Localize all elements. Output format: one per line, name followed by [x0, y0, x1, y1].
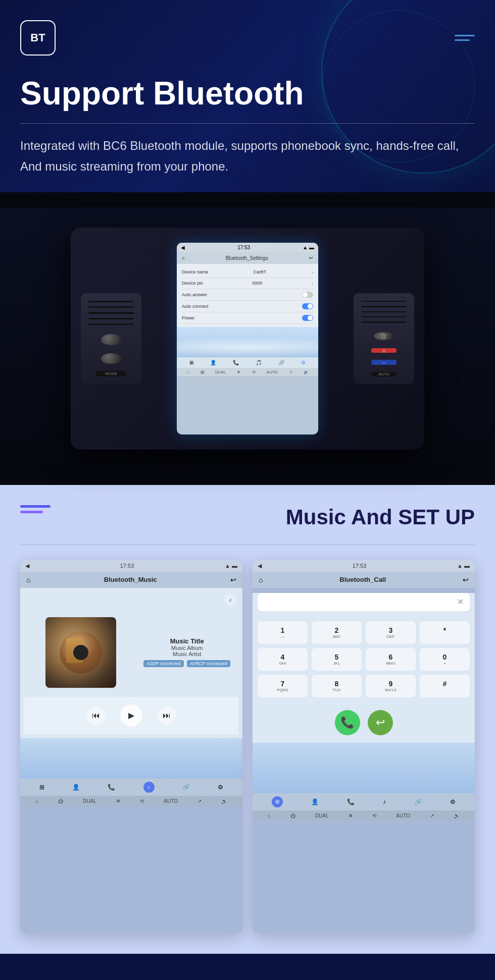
screen-time: 17:53 — [237, 245, 250, 250]
grid-icon: ⊞ — [189, 360, 193, 365]
num-0[interactable]: 0+ — [420, 648, 470, 671]
phone-icon: 📞 — [233, 360, 239, 365]
device-name-label: Device name — [182, 269, 209, 275]
call-button[interactable]: 📞 — [335, 710, 360, 735]
hazard-button: △ — [371, 348, 397, 353]
num-3[interactable]: 3DEF — [366, 621, 416, 644]
car-section: MODE ◀ 17:53 ▲ ▬ ⌂ Bluetooth_Settings ↩ — [0, 192, 495, 485]
dual-m: DUAL — [83, 798, 96, 804]
numpad: 1— 2ABC 3DEF * 4GHI 5JKL 6MNO 0+ 7PQRS 8… — [253, 616, 475, 702]
music-note-icon: ♪ — [225, 594, 236, 606]
settings-icon-m: ⚙ — [218, 784, 223, 791]
snowflake-icon: ❄ — [237, 370, 240, 374]
music-screen: ◀ 17:53 ▲ ▬ ⌂ Bluetooth_Music ↩ ♪ — [20, 560, 242, 934]
vent-slot — [361, 321, 407, 322]
mode-button: MODE — [96, 371, 126, 376]
person-icon: 👤 — [210, 360, 216, 365]
music-icon-c: ♪ — [383, 798, 386, 805]
num-9[interactable]: 9WXYZ — [366, 675, 416, 697]
num-1[interactable]: 1— — [258, 621, 308, 644]
auto-m: AUTO — [164, 798, 178, 804]
call-time: 17:53 — [353, 563, 367, 569]
call-statusbar: ◀ 17:53 ▲ ▬ — [253, 560, 475, 572]
power-toggle[interactable] — [302, 315, 313, 321]
music-icon-m[interactable]: ♪ — [143, 782, 155, 793]
hamburger-menu[interactable] — [455, 35, 475, 41]
car-body: MODE ◀ 17:53 ▲ ▬ ⌂ Bluetooth_Settings ↩ — [71, 228, 424, 450]
volume-icon: 🔊 — [304, 370, 309, 374]
auto-connect-label: Auto connect — [182, 304, 209, 309]
num-6[interactable]: 6MNO — [366, 648, 416, 671]
call-screen-title: Bluetooth_Call — [263, 576, 463, 583]
device-pin-value: 0000 — [252, 281, 262, 286]
bottom-header: Music And SET UP — [20, 505, 475, 529]
power-row: Power — [182, 312, 313, 324]
grid-icon-c[interactable]: ⊞ — [272, 796, 283, 807]
loop-c: ⟲ — [372, 813, 376, 819]
music-badges: A2DP connected AVRCP connected — [143, 660, 230, 667]
call-navbar: ⌂ Bluetooth_Call ↩ — [253, 572, 475, 588]
snow-c: ❄ — [349, 813, 353, 819]
num-2[interactable]: 2ABC — [312, 621, 362, 644]
vent-slot — [88, 323, 134, 325]
bt-logo: BT — [20, 20, 56, 56]
blue-button: — — [371, 360, 397, 365]
album-inner — [60, 631, 102, 674]
car-background: MODE ◀ 17:53 ▲ ▬ ⌂ Bluetooth_Settings ↩ — [0, 207, 495, 470]
fan-knob2 — [101, 353, 121, 364]
music-wave — [20, 738, 242, 779]
dial-input[interactable]: ✕ — [258, 593, 470, 611]
screens-row: ◀ 17:53 ▲ ▬ ⌂ Bluetooth_Music ↩ ♪ — [20, 560, 475, 934]
arrow-m: ↗ — [197, 798, 202, 804]
screen-nav-back: ↩ — [309, 255, 313, 260]
power-label: Power — [182, 315, 195, 320]
arrow-icon: ↗ — [289, 370, 292, 374]
prev-button[interactable]: ⏮ — [87, 706, 105, 725]
device-pin-row: Device pin 0000 › — [182, 278, 313, 289]
call-screen: ◀ 17:53 ▲ ▬ ⌂ Bluetooth_Call ↩ ✕ 1— — [253, 560, 475, 934]
wave-decoration — [177, 327, 318, 357]
num-star[interactable]: * — [420, 621, 470, 644]
auto-c: AUTO — [396, 813, 410, 819]
fan-knob-r: ✿ — [374, 332, 394, 340]
screen-back-icon: ◀ — [181, 245, 185, 250]
link-icon-c: 🔗 — [414, 798, 422, 805]
next-button[interactable]: ⏭ — [158, 706, 176, 725]
music-controls: ⏮ ▶ ⏭ — [24, 697, 238, 734]
music-details: Music Title Music Album Music Artist A2D… — [139, 633, 234, 671]
vent-slot — [88, 306, 134, 308]
num-hash[interactable]: # — [420, 675, 470, 697]
play-button[interactable]: ▶ — [120, 704, 142, 727]
music-artist: Music Artist — [143, 651, 230, 657]
music-nav-back: ↩ — [230, 576, 236, 584]
logo-line-1 — [20, 505, 51, 508]
link-icon-m: 🔗 — [182, 784, 190, 791]
redial-button[interactable]: ↩ — [368, 710, 393, 735]
vent-slot — [361, 306, 407, 307]
arrow-c: ↗ — [430, 813, 434, 819]
num-7[interactable]: 7PQRS — [258, 675, 308, 697]
car-frame: MODE ◀ 17:53 ▲ ▬ ⌂ Bluetooth_Settings ↩ — [66, 223, 429, 455]
music-time: 17:53 — [120, 563, 134, 569]
screen-system-bar: ⌂ ⏻ DUAL ❄ ⟲ AUTO ↗ 🔊 — [177, 368, 318, 376]
clear-icon[interactable]: ✕ — [457, 597, 464, 607]
dual-c: DUAL — [315, 813, 329, 819]
auto-connect-toggle[interactable] — [302, 303, 313, 309]
music-back-arrow: ◀ — [25, 563, 29, 569]
device-name-value: CarBT — [254, 269, 267, 275]
dual-label: DUAL — [215, 370, 226, 374]
vent-slot — [361, 301, 407, 302]
header-bar: BT — [20, 20, 475, 56]
num-4[interactable]: 4GHI — [258, 648, 308, 671]
auto-answer-toggle[interactable] — [302, 292, 313, 298]
person-icon-c: 👤 — [311, 798, 319, 805]
call-status-icons: ▲ ▬ — [457, 563, 470, 569]
home-c: ⌂ — [268, 813, 271, 819]
auto-label: AUTO — [267, 370, 278, 374]
num-8[interactable]: 8TUV — [312, 675, 362, 697]
music-navbar: ⌂ Bluetooth_Music ↩ — [20, 572, 242, 588]
num-5[interactable]: 5JKL — [312, 648, 362, 671]
screen-bottom-nav: ⊞ 👤 📞 🎵 🔗 ⚙ — [177, 357, 318, 368]
screen-status-icons: ▲ ▬ — [303, 245, 314, 250]
call-bottom-nav: ⊞ 👤 📞 ♪ 🔗 ⚙ — [253, 793, 475, 810]
